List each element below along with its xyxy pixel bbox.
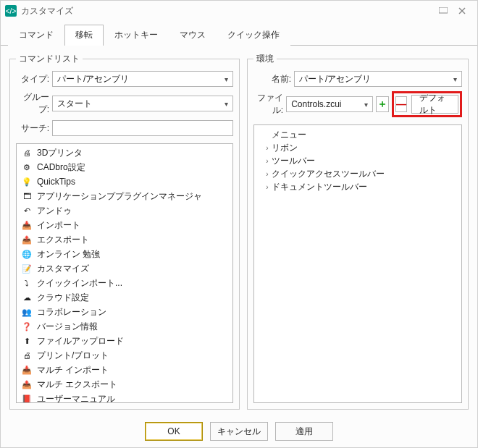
ok-button[interactable]: OK: [145, 422, 203, 441]
list-item[interactable]: 🖨3Dプリンタ: [17, 145, 232, 160]
command-list: 🖨3Dプリンタ⚙CADbro設定💡QuickTips🗔アプリケーションププラグイ…: [16, 143, 233, 403]
list-item[interactable]: 🌐オンライン 勉強: [17, 247, 232, 261]
tree-node[interactable]: ›ツールバー: [259, 154, 457, 167]
import-icon: 📥: [21, 219, 33, 231]
file-combo[interactable]: Controls.zcui: [286, 96, 373, 112]
tree-node[interactable]: ›リボン: [259, 141, 457, 154]
note-icon: 📝: [21, 263, 33, 274]
tab-quickop[interactable]: クイック操作: [217, 25, 290, 46]
environment-legend: 環境: [253, 53, 277, 65]
name-value: パート/アセンブリ: [299, 73, 371, 85]
content-area: コマンドリスト タイプ: パート/アセンブリ グループ: スタート サーチ: 🖨…: [1, 46, 477, 415]
search-label: サーチ:: [16, 122, 52, 135]
tab-bar: コマンド 移転 ホットキー マウス クイック操作: [1, 21, 477, 46]
default-button[interactable]: デフォルト: [411, 95, 458, 114]
list-item[interactable]: ↶アンドゥ: [17, 203, 232, 218]
add-button[interactable]: ＋: [376, 96, 389, 112]
list-item[interactable]: 💡QuickTips: [17, 174, 232, 189]
list-item[interactable]: 📤マルチ エクスポート: [17, 377, 232, 392]
help-button[interactable]: [434, 4, 453, 18]
chevron-right-icon: ›: [263, 157, 272, 165]
list-item[interactable]: 👥コラボレーション: [17, 305, 232, 319]
list-item[interactable]: 📥インポート: [17, 218, 232, 232]
list-item-label: 3Dプリンタ: [37, 147, 83, 159]
customize-dialog: </> カスタマイズ コマンド 移転 ホットキー マウス クイック操作 コマンド…: [0, 0, 478, 448]
list-item-label: アンドゥ: [37, 205, 72, 217]
close-button[interactable]: [453, 4, 471, 18]
tab-hotkey[interactable]: ホットキー: [104, 25, 169, 46]
export-icon: 📤: [21, 234, 33, 245]
name-combo[interactable]: パート/アセンブリ: [294, 71, 462, 87]
list-item[interactable]: ❓バージョン情報: [17, 319, 232, 334]
group-label: グループ:: [16, 91, 52, 116]
footer-buttons: OK キャンセル 適用: [1, 415, 477, 447]
group-value: スタート: [57, 98, 92, 110]
command-list-scroll[interactable]: 🖨3Dプリンタ⚙CADbro設定💡QuickTips🗔アプリケーションププラグイ…: [17, 144, 232, 402]
undo-icon: ↶: [21, 205, 33, 216]
default-highlight: ― デフォルト: [392, 91, 462, 117]
list-item[interactable]: ⬆ファイルアップロード: [17, 334, 232, 348]
list-item[interactable]: 📕ユーザーマニュアル: [17, 392, 232, 402]
remove-button[interactable]: ―: [395, 96, 407, 112]
chevron-right-icon: ›: [263, 144, 272, 152]
window-title: カスタマイズ: [21, 5, 434, 17]
list-item-label: クイックインポート...: [37, 277, 122, 289]
list-item-label: カスタマイズ: [37, 263, 89, 275]
list-item-label: QuickTips: [37, 177, 75, 187]
list-item[interactable]: ⚙CADbro設定: [17, 160, 232, 174]
list-item[interactable]: 📝カスタマイズ: [17, 261, 232, 276]
apply-button[interactable]: 適用: [275, 422, 333, 441]
window-icon: 🗔: [21, 190, 33, 202]
tree-node[interactable]: ›ドキュメントツールバー: [259, 180, 457, 193]
multi-import-icon: 📥: [21, 364, 33, 376]
collab-icon: 👥: [21, 306, 33, 318]
group-combo[interactable]: スタート: [52, 96, 233, 111]
tree-node-label: ドキュメントツールバー: [272, 181, 367, 193]
list-item[interactable]: ⤵クイックインポート...: [17, 276, 232, 290]
tree-node-label: メニュー: [272, 129, 306, 141]
list-item[interactable]: 🗔アプリケーションププラグインマネージャ: [17, 189, 232, 203]
type-value: パート/アセンブリ: [57, 73, 129, 85]
file-value: Controls.zcui: [291, 99, 341, 109]
tree-node-label: リボン: [272, 142, 298, 154]
list-item-label: マルチ インポート: [37, 364, 109, 376]
chevron-right-icon: ›: [263, 170, 272, 178]
list-item-label: CADbro設定: [37, 161, 85, 174]
name-label: 名前:: [253, 73, 294, 85]
bulb-icon: 💡: [21, 176, 33, 187]
list-item[interactable]: 📥マルチ インポート: [17, 363, 232, 377]
quickimport-icon: ⤵: [21, 277, 33, 289]
list-item-label: エクスポート: [37, 234, 89, 246]
file-label: ファイル:: [253, 92, 286, 117]
list-item-label: ファイルアップロード: [37, 335, 124, 347]
list-item-label: ユーザーマニュアル: [37, 393, 115, 403]
svg-rect-0: [439, 7, 448, 13]
search-input[interactable]: [52, 120, 233, 136]
list-item[interactable]: ☁クラウド設定: [17, 290, 232, 305]
tree-node-label: ツールバー: [272, 155, 315, 167]
type-combo[interactable]: パート/アセンブリ: [52, 71, 233, 87]
globe-icon: 🌐: [21, 248, 33, 260]
type-label: タイプ:: [16, 73, 52, 85]
tab-command[interactable]: コマンド: [8, 25, 64, 46]
list-item[interactable]: 📤エクスポート: [17, 232, 232, 247]
manual-icon: 📕: [21, 393, 33, 402]
environment-panel: 環境 名前: パート/アセンブリ ファイル: Controls.zcui ＋ ―…: [247, 53, 469, 410]
info-icon: ❓: [21, 321, 33, 332]
titlebar: </> カスタマイズ: [1, 1, 477, 21]
multi-export-icon: 📤: [21, 379, 33, 390]
list-item-label: クラウド設定: [37, 292, 89, 304]
tab-transfer[interactable]: 移転: [64, 25, 104, 46]
list-item-label: バージョン情報: [37, 321, 98, 333]
tree-node[interactable]: ›クイックアクセスツールバー: [259, 167, 457, 180]
list-item[interactable]: 🖨プリント/プロット: [17, 348, 232, 363]
tree-node[interactable]: メニュー: [259, 128, 457, 141]
gear-icon: ⚙: [21, 161, 33, 173]
command-list-panel: コマンドリスト タイプ: パート/アセンブリ グループ: スタート サーチ: 🖨…: [9, 53, 240, 410]
tab-mouse[interactable]: マウス: [169, 25, 217, 46]
command-list-legend: コマンドリスト: [16, 53, 83, 65]
cancel-button[interactable]: キャンセル: [210, 422, 268, 441]
tree-node-label: クイックアクセスツールバー: [272, 168, 385, 180]
environment-tree[interactable]: メニュー›リボン›ツールバー›クイックアクセスツールバー›ドキュメントツールバー: [253, 124, 462, 403]
print-icon: 🖨: [21, 350, 33, 361]
